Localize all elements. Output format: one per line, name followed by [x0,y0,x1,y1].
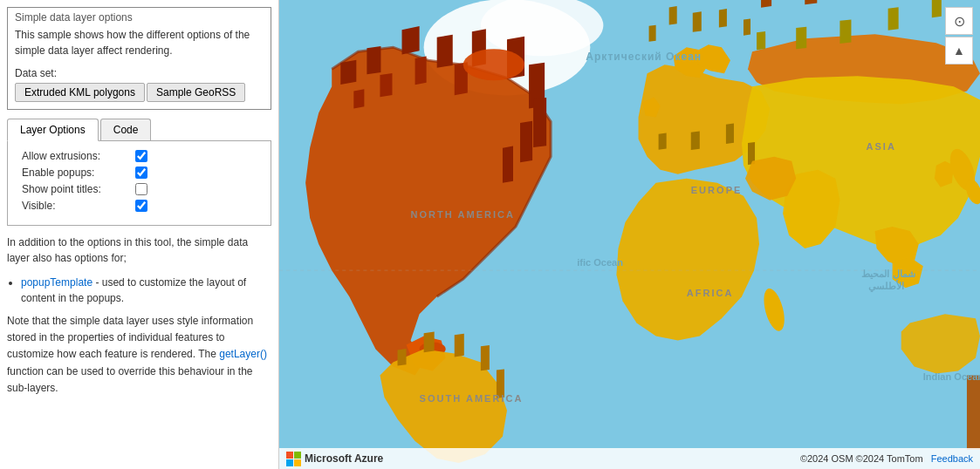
tabs-container: Layer Options Code [7,119,271,141]
option-extrusions: Allow extrusions: [22,150,260,162]
svg-rect-3 [340,60,356,85]
svg-rect-45 [726,124,734,144]
svg-point-17 [463,49,524,80]
map-svg: Арктический Океан ific Ocean شمال المحيط… [279,0,980,469]
south-america-label: SOUTH AMERICA [420,393,524,404]
svg-rect-21 [455,334,464,357]
option-extrusions-label: Allow extrusions: [22,150,135,162]
note-text: Note that the simple data layer uses sty… [7,313,271,397]
svg-rect-24 [649,25,656,42]
svg-rect-25 [669,6,677,25]
svg-rect-19 [398,349,407,365]
top-section: Simple data layer options This sample sh… [7,7,271,110]
option-popups-checkbox[interactable] [135,167,147,179]
svg-rect-4 [367,46,380,74]
pacific-ocean-label: ific Ocean [577,257,623,268]
indian-ocean-label: Indian Ocean [923,371,980,382]
dataset-label: Data set: [15,67,264,79]
section-description: This sample shows how the different opti… [15,27,264,58]
map-copyright: ©2024 OSM ©2024 TomTom Feedback [800,453,973,464]
logo-sq4 [294,459,301,466]
azure-logo: Microsoft Azure [286,452,383,466]
popup-template-highlight: popupTemplate [21,276,93,289]
logo-sq3 [286,459,293,466]
svg-rect-6 [437,35,453,68]
svg-rect-40 [888,7,899,31]
svg-rect-14 [380,73,392,97]
tilt-btn[interactable]: ▲ [945,37,973,65]
svg-rect-39 [840,19,851,43]
north-america-label: NORTH AMERICA [411,209,515,220]
logo-sq2 [294,452,301,459]
svg-rect-44 [691,132,700,150]
option-popups-label: Enable popups: [22,167,135,179]
dataset-buttons: Extruded KML polygons Sample GeoRSS [15,83,264,102]
map-controls: ⊙ ▲ [945,7,973,65]
svg-rect-22 [481,345,490,370]
option-popups: Enable popups: [22,167,260,179]
bullet-list: popupTemplate - used to customize the la… [21,275,271,306]
option-point-titles-label: Show point titles: [22,183,135,195]
svg-rect-15 [415,57,427,85]
kml-button[interactable]: Extruded KML polygons [15,83,145,102]
svg-rect-41 [932,0,942,17]
getlayer-highlight: getLayer() [219,348,267,360]
options-panel: Allow extrusions: Enable popups: Show po… [7,141,271,226]
svg-rect-38 [796,27,806,49]
bullet-item-popup: popupTemplate - used to customize the la… [21,275,271,306]
svg-rect-37 [757,31,765,50]
svg-rect-20 [424,331,435,352]
logo-sq1 [286,452,293,459]
option-visible: Visible: [22,200,260,212]
azure-logo-text: Microsoft Azure [305,452,383,465]
compass-btn[interactable]: ⊙ [945,7,973,35]
option-visible-label: Visible: [22,200,135,212]
arabic-label2: الأطلسي [868,280,904,292]
europe-label: EUROPE [691,185,743,195]
svg-rect-43 [659,133,667,149]
azure-logo-squares [286,452,301,466]
georss-button[interactable]: Sample GeoRSS [147,83,245,102]
arctic-ocean-label: Арктический Океан [586,51,702,63]
svg-rect-10 [533,98,546,147]
africa-label: AFRICA [687,288,734,298]
svg-rect-11 [520,121,532,162]
option-point-titles: Show point titles: [22,183,260,195]
tab-layer-options[interactable]: Layer Options [7,119,99,141]
left-panel: Simple data layer options This sample sh… [0,0,279,469]
svg-rect-5 [402,26,420,54]
option-point-titles-checkbox[interactable] [135,183,147,195]
section-title: Simple data layer options [15,11,264,24]
svg-rect-28 [744,18,750,35]
svg-rect-47 [967,376,980,450]
svg-rect-27 [719,9,727,28]
copyright-text: ©2024 OSM ©2024 TomTom [800,453,923,464]
asia-label: ASIA [867,141,896,152]
svg-rect-12 [503,146,513,183]
map-footer: Microsoft Azure ©2024 OSM ©2024 TomTom F… [279,448,980,469]
svg-rect-13 [353,89,364,108]
feedback-link[interactable]: Feedback [931,453,973,464]
tab-code[interactable]: Code [100,119,152,140]
map-area: Арктический Океан ific Ocean شمال المحيط… [279,0,980,469]
addon-description: In addition to the options in this tool,… [7,234,271,266]
option-visible-checkbox[interactable] [135,200,147,212]
option-extrusions-checkbox[interactable] [135,150,147,162]
svg-rect-26 [693,11,702,31]
